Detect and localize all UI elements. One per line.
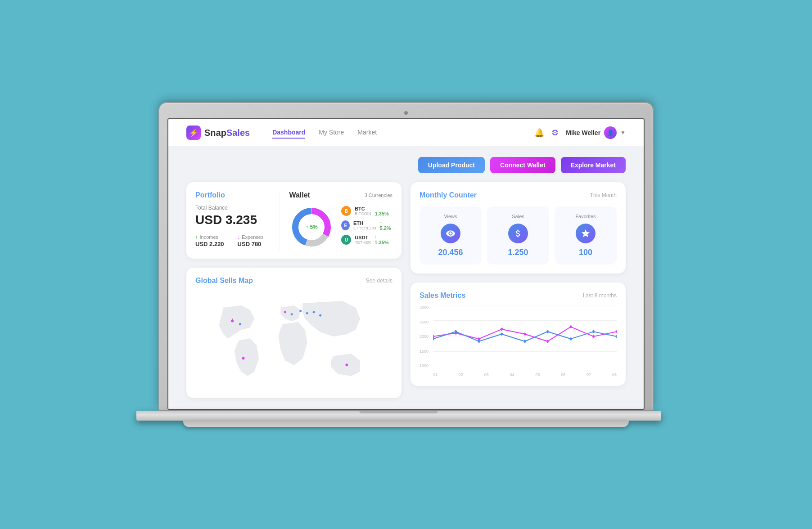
monthly-counter-card: Monthly Counter This Month Views	[411, 182, 626, 273]
x-label-07: 07	[586, 372, 591, 377]
map-pin	[313, 311, 315, 313]
last-months-label: Last 8 months	[583, 292, 617, 299]
action-buttons: Upload Product Connect Wallet Explore Ma…	[186, 157, 626, 173]
y-label-2000: 2000	[420, 334, 433, 339]
portfolio-wallet-card: Portfolio Total Balance USD 3.235 ↑ Inco…	[186, 182, 401, 259]
usdt-name: USDT	[355, 235, 371, 240]
income-label: ↑ Incomes	[195, 234, 224, 240]
pink-dot	[546, 340, 549, 343]
this-month-label: This Month	[590, 192, 617, 198]
currencies-count: 3 Currencies	[365, 193, 392, 198]
expense-label: ↓ Expenses	[238, 234, 264, 240]
views-icon-wrap	[441, 224, 460, 243]
logo-snap: Snap	[204, 128, 226, 138]
logo-text: SnapSales	[204, 128, 250, 138]
chart-svg-container	[433, 305, 617, 368]
bell-icon[interactable]: 🔔	[534, 128, 544, 137]
see-details-link[interactable]: See details	[366, 278, 392, 284]
sales-value: 1.250	[491, 248, 546, 257]
counter-grid: Views 20.456	[420, 206, 617, 264]
sales-icon-wrap	[508, 224, 528, 243]
eth-info: ETH ETHEREUM	[353, 220, 376, 230]
x-label-06: 06	[561, 372, 565, 377]
lightning-icon: ⚡	[189, 129, 198, 137]
balance-amount: USD 3.235	[195, 213, 271, 227]
laptop-bottom	[183, 421, 629, 427]
navbar: ⚡ SnapSales Dashboard My Store Market	[168, 119, 644, 146]
counter-views: Views 20.456	[420, 206, 482, 264]
nav-dashboard[interactable]: Dashboard	[272, 127, 305, 139]
favorites-value: 100	[558, 248, 613, 257]
pink-dot	[616, 330, 617, 333]
counter-favorites: Favorites 100	[555, 206, 617, 264]
star-icon	[581, 229, 591, 238]
nav-market[interactable]: Market	[357, 127, 377, 139]
map-pin	[239, 323, 241, 325]
blue-dot	[616, 335, 617, 338]
eye-icon	[446, 229, 456, 238]
nav-mystore[interactable]: My Store	[319, 127, 344, 139]
blue-dot	[524, 340, 526, 343]
nav-right: 🔔 ⚙ Mike Weller 👤 ▼	[534, 126, 626, 139]
blue-dot	[570, 337, 572, 340]
logo-icon: ⚡	[186, 126, 201, 140]
sales-label: Sales	[491, 214, 546, 219]
portfolio-title: Portfolio	[195, 191, 271, 199]
global-map-card: Global Sells Map See details	[186, 268, 401, 398]
user-name: Mike Weller	[566, 129, 600, 136]
map-header: Global Sells Map See details	[195, 277, 392, 285]
connect-wallet-button[interactable]: Connect Wallet	[490, 157, 555, 173]
user-icon: 👤	[607, 130, 614, 136]
x-label-02: 02	[459, 372, 463, 377]
donut-chart: ↑ 5%	[289, 205, 334, 250]
counter-sales: Sales 1.250	[487, 206, 549, 264]
btc-icon: B	[341, 206, 351, 216]
usdt-item: U USDT TETHER ↑ 1.35%	[341, 234, 392, 245]
portfolio-section: Portfolio Total Balance USD 3.235 ↑ Inco…	[195, 191, 280, 250]
wallet-header: Wallet 3 Currencies	[289, 191, 392, 199]
dollar-icon	[513, 229, 523, 238]
user-info[interactable]: Mike Weller 👤 ▼	[566, 126, 626, 139]
monthly-title: Monthly Counter	[420, 191, 477, 199]
pink-dot	[501, 328, 503, 331]
main-content: Upload Product Connect Wallet Explore Ma…	[168, 146, 644, 409]
eth-change: ↑ 5.2%	[380, 220, 392, 231]
btc-change: ↑ 1.35%	[375, 206, 392, 216]
screen-bezel: ⚡ SnapSales Dashboard My Store Market	[158, 102, 654, 411]
laptop-container: ⚡ SnapSales Dashboard My Store Market	[158, 102, 654, 427]
views-value: 20.456	[423, 248, 478, 257]
explore-market-button[interactable]: Explore Market	[561, 157, 626, 173]
dashboard-grid: Portfolio Total Balance USD 3.235 ↑ Inco…	[186, 182, 626, 398]
income-item: ↑ Incomes USD 2.220	[195, 234, 224, 247]
wallet-body: ↑ 5% B BTC BI	[289, 205, 392, 250]
y-label-2500: 2500	[420, 320, 433, 324]
income-value: USD 2.220	[195, 241, 224, 247]
eth-item: E ETH ETHEREUM ↑ 5.2%	[341, 220, 392, 231]
monthly-header: Monthly Counter This Month	[420, 191, 617, 199]
y-label-3000: 3000	[420, 305, 433, 309]
map-pin	[319, 314, 321, 317]
laptop-base	[136, 411, 661, 421]
world-map	[195, 290, 392, 389]
user-avatar: 👤	[604, 126, 617, 139]
pink-dot	[592, 335, 595, 338]
metrics-header: Sales Metrics Last 8 months	[420, 291, 617, 300]
crypto-list: B BTC BITCOIN ↑ 1.35%	[341, 206, 392, 249]
camera	[404, 111, 408, 115]
upload-product-button[interactable]: Upload Product	[418, 157, 485, 173]
map-title: Global Sells Map	[195, 277, 253, 285]
right-column: Monthly Counter This Month Views	[411, 182, 626, 398]
usdt-change: ↑ 1.35%	[374, 234, 392, 245]
btc-item: B BTC BITCOIN ↑ 1.35%	[341, 206, 392, 216]
usdt-sub: TETHER	[355, 240, 371, 245]
y-label-1500: 1500	[420, 349, 433, 354]
income-expense: ↑ Incomes USD 2.220 ↓	[195, 234, 271, 247]
views-label: Views	[423, 214, 478, 219]
chart-y-labels: 3000 2500 2000 1500 1000	[420, 305, 433, 368]
map-pin	[345, 363, 348, 366]
wallet-title: Wallet	[289, 191, 310, 199]
usdt-info: USDT TETHER	[355, 235, 371, 245]
laptop-screen: ⚡ SnapSales Dashboard My Store Market	[167, 118, 645, 410]
gear-icon[interactable]: ⚙	[551, 128, 559, 138]
expense-item: ↓ Expenses USD 780	[238, 234, 264, 247]
